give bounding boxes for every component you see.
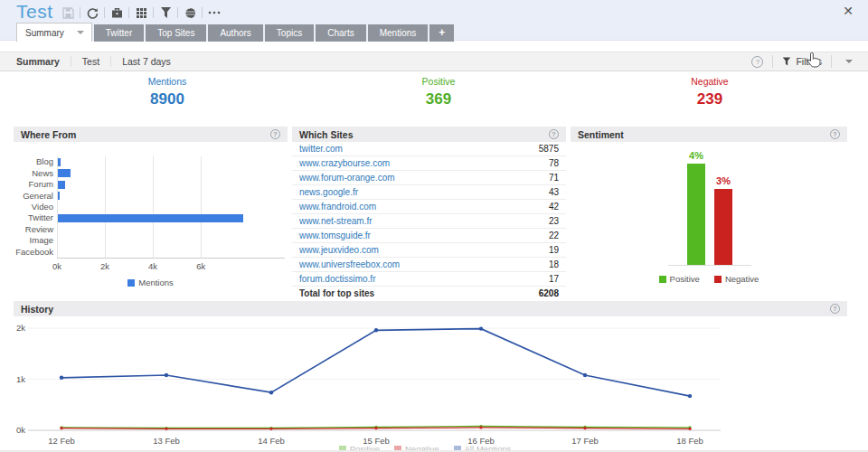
category-label: Twitter: [14, 212, 53, 222]
bar-general: [58, 192, 60, 200]
site-link[interactable]: news.google.fr: [299, 187, 358, 197]
breadcrumb-item[interactable]: Test: [71, 56, 111, 67]
chevron-down-icon[interactable]: [77, 31, 83, 35]
site-link[interactable]: www.tomsguide.fr: [299, 231, 371, 240]
bar-value-label: 3%: [710, 175, 737, 186]
site-row: www.universfreebox.com18: [292, 258, 566, 272]
bar-news: [58, 169, 71, 177]
tab-label: Topics: [277, 24, 302, 42]
bar-value-label: 4%: [683, 150, 710, 161]
category-label: Video: [14, 202, 53, 212]
baseline: [668, 265, 751, 266]
stat-positive: Positive369: [326, 76, 552, 108]
site-link[interactable]: www.net-stream.fr: [299, 216, 373, 226]
panel-header-history: History: [14, 301, 847, 316]
panel-where-from: Where From 0k2k4k6kBlogNewsForumGeneralV…: [14, 127, 288, 293]
site-link[interactable]: www.universfreebox.com: [299, 259, 400, 269]
close-icon[interactable]: ✕: [843, 4, 854, 18]
site-row: twitter.com5875: [292, 142, 566, 156]
tab-label: Charts: [327, 24, 354, 42]
x-tick-label: 18 Feb: [676, 436, 703, 446]
site-count: 17: [549, 274, 559, 284]
site-row: www.forum-orange.com71: [292, 171, 566, 185]
tab-top-sites[interactable]: Top Sites: [146, 24, 206, 42]
stat-value: 369: [326, 90, 552, 108]
site-row: www.crazybourse.com78: [292, 156, 566, 171]
site-row: news.google.fr43: [292, 185, 566, 200]
category-label: Review: [14, 224, 53, 234]
site-row: www.net-stream.fr23: [292, 214, 566, 229]
category-label: Forum: [14, 179, 53, 189]
help-icon[interactable]: [270, 129, 280, 139]
data-point: [479, 326, 483, 330]
chevron-down-icon[interactable]: [841, 55, 857, 68]
legend-swatch: [127, 279, 135, 287]
y-tick-label: 0k: [16, 425, 25, 435]
tab-add[interactable]: +: [429, 24, 454, 42]
help-icon[interactable]: [830, 304, 840, 314]
site-count: 78: [549, 158, 559, 168]
help-icon[interactable]: [751, 56, 763, 68]
site-link[interactable]: www.jeuxvideo.com: [299, 245, 379, 255]
sentiment-legend: PositiveNegative: [571, 274, 847, 284]
x-axis: [57, 258, 285, 259]
tab-label: Mentions: [380, 24, 417, 42]
tab-mentions[interactable]: Mentions: [368, 24, 429, 42]
tab-label: Top Sites: [157, 24, 194, 42]
x-tick-label: 2k: [91, 261, 118, 271]
site-link[interactable]: www.crazybourse.com: [299, 158, 390, 168]
more-icon[interactable]: [203, 5, 226, 20]
filter-icon[interactable]: [154, 5, 177, 20]
help-icon[interactable]: [830, 129, 840, 139]
legend-item: Mentions: [127, 278, 174, 287]
panel-history: History 0k1k2k12 Feb13 Feb14 Feb15 Feb16…: [14, 301, 847, 449]
tab-charts[interactable]: Charts: [316, 24, 365, 42]
grid-icon[interactable]: [129, 5, 153, 20]
refresh-icon[interactable]: [80, 5, 104, 20]
legend-item: Negative: [714, 274, 760, 284]
tab-topics[interactable]: Topics: [265, 24, 314, 42]
sites-table: twitter.com5875www.crazybourse.com78www.…: [292, 142, 566, 300]
tab-bar: SummaryTwitterTop SitesAuthorsTopicsChar…: [16, 23, 454, 42]
legend-label: Positive: [670, 274, 700, 284]
briefcase-icon[interactable]: [105, 5, 128, 20]
globe-icon[interactable]: [178, 5, 202, 20]
separator: [831, 55, 832, 68]
tab-label: +: [439, 24, 445, 42]
panel-title: Sentiment: [578, 129, 624, 140]
data-point: [374, 427, 377, 429]
breadcrumb-item[interactable]: Last 7 days: [111, 56, 182, 67]
filters-button[interactable]: Filters: [782, 56, 822, 67]
category-label: Image: [14, 235, 53, 245]
stat-value: 8900: [54, 90, 280, 108]
tab-summary[interactable]: Summary: [16, 23, 92, 42]
legend-item: Positive: [659, 274, 700, 284]
data-point: [60, 427, 62, 429]
panel-header-which-sites: Which Sites: [292, 127, 566, 142]
topbar: Test: [0, 0, 868, 41]
category-label: General: [14, 191, 53, 201]
site-link[interactable]: forum.doctissimo.fr: [299, 274, 375, 284]
site-row: www.tomsguide.fr22: [292, 229, 566, 243]
site-link[interactable]: www.frandroid.com: [299, 202, 376, 212]
bar-forum: [58, 181, 65, 189]
help-icon[interactable]: [549, 129, 559, 139]
gridline: [201, 156, 202, 258]
tab-twitter[interactable]: Twitter: [94, 24, 144, 42]
site-count: 23: [549, 216, 559, 226]
site-row: www.frandroid.com42: [292, 200, 566, 214]
bar-positive: [687, 164, 705, 265]
site-count: 43: [549, 187, 559, 197]
stat-value: 239: [597, 90, 823, 108]
site-link[interactable]: twitter.com: [299, 144, 343, 154]
site-count: 18: [549, 259, 559, 269]
tab-authors[interactable]: Authors: [208, 24, 262, 42]
panel-sentiment: Sentiment 4%3%PositiveNegative: [571, 127, 847, 293]
legend-swatch: [659, 276, 666, 283]
site-link[interactable]: www.forum-orange.com: [299, 173, 395, 183]
y-tick-label: 1k: [16, 374, 25, 384]
total-label: Total for top sites: [299, 288, 374, 298]
panel-header-where-from: Where From: [14, 127, 288, 142]
bar-negative: [714, 189, 732, 265]
save-icon[interactable]: [56, 5, 80, 20]
